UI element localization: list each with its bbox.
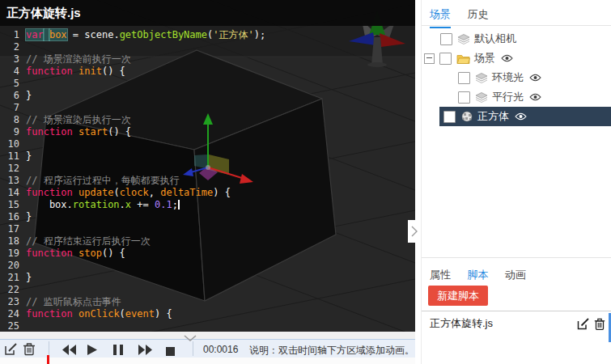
- code-line[interactable]: 22: [0, 284, 415, 296]
- collapse-expander-icon[interactable]: [424, 53, 435, 64]
- code-line[interactable]: 24function onClick(event) {: [0, 308, 415, 320]
- fast-forward-button[interactable]: [138, 344, 152, 358]
- tab-properties[interactable]: 属性: [430, 268, 451, 287]
- script-name: 正方体旋转.js: [430, 316, 572, 331]
- line-number: 5: [0, 78, 26, 90]
- eye-visibility-icon[interactable]: [501, 54, 513, 62]
- code-line[interactable]: 3// 场景渲染前执行一次: [0, 53, 415, 66]
- timeline-collapse-strip[interactable]: [0, 332, 415, 339]
- edit-keyframe-icon[interactable]: [4, 342, 18, 359]
- code-line[interactable]: 9function start() {: [0, 126, 415, 138]
- panel-divider: [422, 257, 611, 258]
- delete-keyframe-icon[interactable]: [23, 342, 36, 359]
- code-line[interactable]: 23// 监听鼠标点击事件: [0, 296, 415, 308]
- chevron-down-icon[interactable]: [182, 331, 198, 345]
- line-number: 7: [0, 102, 26, 114]
- timeline-track[interactable]: [0, 358, 415, 364]
- code-line[interactable]: 19function stop() {: [0, 248, 415, 260]
- object-icon: [475, 92, 488, 103]
- delete-script-icon[interactable]: [594, 318, 605, 330]
- code-line[interactable]: 2: [0, 41, 415, 53]
- visibility-checkbox[interactable]: [443, 111, 456, 123]
- line-number: 25: [0, 320, 26, 332]
- code-line[interactable]: 13// 程序运行过程中，每帧都要执行: [0, 175, 415, 187]
- tree-item-label: 默认相机: [474, 32, 516, 46]
- code-line[interactable]: 25: [0, 320, 415, 332]
- code-line[interactable]: 1var box = scene.getObjectByName('正方体');: [0, 29, 415, 41]
- tree-item-cube[interactable]: 正方体: [439, 107, 611, 126]
- eye-visibility-icon[interactable]: [529, 74, 541, 82]
- tree-item-label: 正方体: [477, 109, 509, 124]
- code-line[interactable]: 7: [0, 102, 415, 114]
- line-number: 15: [0, 199, 26, 211]
- code-line[interactable]: 12: [0, 163, 415, 175]
- close-icon[interactable]: [585, 3, 605, 23]
- code-line[interactable]: 18// 程序结束运行后执行一次: [0, 235, 415, 248]
- line-number: 18: [0, 235, 26, 248]
- line-number: 4: [0, 66, 26, 78]
- line-number: 22: [0, 284, 26, 296]
- line-number: 24: [0, 308, 26, 320]
- script-editor-titlebar: 正方体旋转.js: [0, 0, 415, 26]
- eye-visibility-icon[interactable]: [529, 93, 541, 101]
- code-editor[interactable]: 1var box = scene.getObjectByName('正方体');…: [0, 29, 415, 332]
- code-line[interactable]: 6}: [0, 90, 415, 102]
- line-number: 6: [0, 90, 26, 102]
- line-number: 10: [0, 138, 26, 150]
- line-number: 23: [0, 296, 26, 308]
- code-line[interactable]: 5: [0, 78, 415, 90]
- tree-item-label: 环境光: [492, 70, 524, 85]
- line-number: 16: [0, 211, 26, 223]
- line-number: 13: [0, 175, 26, 187]
- line-number: 9: [0, 126, 26, 138]
- playback-toolbar: 00:0016 说明：双击时间轴下方区域添加动画。: [0, 339, 415, 358]
- tree-item-label: 场景: [474, 51, 495, 66]
- visibility-checkbox[interactable]: [440, 33, 452, 45]
- timecode: 00:0016: [203, 344, 238, 355]
- visibility-checkbox[interactable]: [458, 72, 470, 84]
- rewind-button[interactable]: [62, 344, 77, 358]
- line-number: 1: [0, 29, 26, 41]
- tab-animation[interactable]: 动画: [505, 268, 526, 287]
- tree-item-directional-light[interactable]: 平行光: [422, 87, 611, 107]
- code-line[interactable]: 20: [0, 260, 415, 272]
- code-line[interactable]: 10: [0, 138, 415, 150]
- eye-visibility-icon[interactable]: [515, 112, 527, 121]
- script-list-item[interactable]: 正方体旋转.js: [422, 311, 611, 336]
- line-number: 21: [0, 272, 26, 284]
- timeline-hint: 说明：双击时间轴下方区域添加动画。: [249, 344, 414, 358]
- code-line[interactable]: 14function update(clock, deltaTime) {: [0, 187, 415, 199]
- line-number: 19: [0, 248, 26, 260]
- play-button[interactable]: [87, 344, 97, 358]
- scene-tabbar: 场景 历史: [422, 0, 611, 26]
- pause-button[interactable]: [113, 344, 123, 358]
- tab-scene[interactable]: 场景: [430, 7, 451, 28]
- mesh-icon: [460, 111, 473, 122]
- code-line[interactable]: 8// 场景渲染后执行一次: [0, 114, 415, 126]
- folder-icon: [456, 53, 470, 64]
- line-number: 14: [0, 187, 26, 199]
- code-line[interactable]: 11}: [0, 150, 415, 163]
- line-number: 20: [0, 260, 26, 272]
- script-list: 正方体旋转.js: [422, 311, 611, 364]
- code-line[interactable]: 16}: [0, 211, 415, 223]
- edit-script-icon[interactable]: [577, 318, 589, 330]
- object-icon: [475, 73, 488, 83]
- right-panel: 场景 历史 默认相机: [421, 0, 611, 364]
- visibility-checkbox[interactable]: [458, 91, 470, 104]
- code-line[interactable]: 4function init() {: [0, 66, 415, 78]
- visibility-checkbox[interactable]: [439, 53, 452, 65]
- tree-item-default-camera[interactable]: 默认相机: [422, 29, 611, 49]
- code-line[interactable]: 17: [0, 223, 415, 235]
- tab-history[interactable]: 历史: [467, 7, 488, 27]
- line-number: 17: [0, 223, 26, 235]
- tree-item-ambient-light[interactable]: 环境光: [422, 68, 611, 87]
- tree-item-scene[interactable]: 场景: [422, 49, 611, 68]
- tree-item-label: 平行光: [492, 90, 524, 104]
- code-line[interactable]: 15 box.rotation.x += 0.1;: [0, 199, 415, 211]
- new-script-button[interactable]: 新建脚本: [428, 286, 488, 306]
- timeline-playhead[interactable]: [47, 355, 49, 364]
- code-line[interactable]: 21}: [0, 272, 415, 284]
- line-number: 11: [0, 150, 26, 163]
- line-number: 3: [0, 53, 26, 66]
